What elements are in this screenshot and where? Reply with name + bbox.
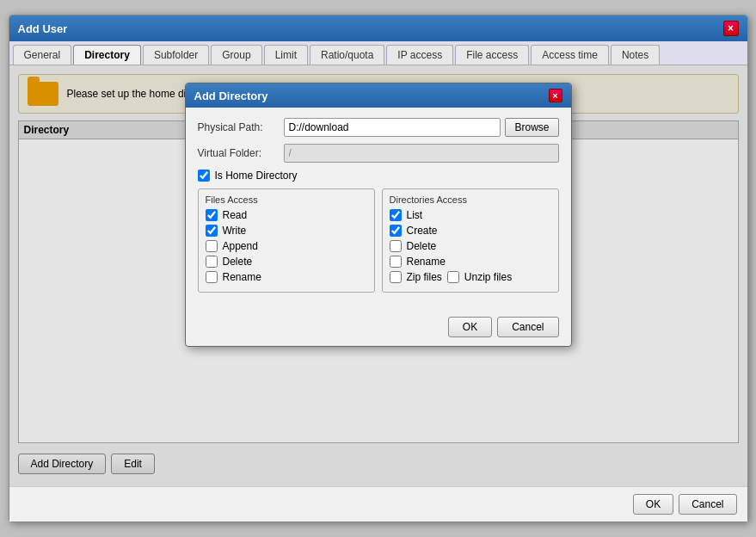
unzip-files-label: Unzip files xyxy=(464,271,512,283)
access-read: Read xyxy=(206,209,367,221)
files-access-box: Files Access Read Write Ap xyxy=(198,188,375,293)
files-access-title: Files Access xyxy=(206,194,367,205)
directories-access-box: Directories Access List Create xyxy=(382,188,559,293)
physical-path-input[interactable] xyxy=(284,118,501,137)
files-delete-checkbox[interactable] xyxy=(206,256,218,268)
content-area: Please set up the home directory or virt… xyxy=(9,65,747,486)
dir-rename-label: Rename xyxy=(407,256,446,268)
tab-ip-access[interactable]: IP access xyxy=(386,45,453,65)
dialog-ok-button[interactable]: OK xyxy=(448,317,492,337)
dialog-title-text: Add Directory xyxy=(194,90,268,102)
list-checkbox[interactable] xyxy=(390,209,402,221)
tabs-bar: General Directory Subfolder Group Limit … xyxy=(9,41,747,65)
physical-path-row: Physical Path: Browse xyxy=(198,118,559,137)
list-label: List xyxy=(407,209,423,221)
files-delete-label: Delete xyxy=(223,256,253,268)
dir-delete-label: Delete xyxy=(407,240,437,252)
access-write: Write xyxy=(206,225,367,237)
access-dir-delete: Delete xyxy=(390,240,551,252)
dialog-cancel-button[interactable]: Cancel xyxy=(497,317,558,337)
access-list: List xyxy=(390,209,551,221)
dir-rename-checkbox[interactable] xyxy=(390,256,402,268)
append-label: Append xyxy=(223,240,258,252)
dialog-title-bar: Add Directory × xyxy=(186,83,571,108)
window-title: Add User xyxy=(18,22,68,35)
tab-directory[interactable]: Directory xyxy=(73,45,141,65)
window-close-button[interactable]: × xyxy=(723,21,739,36)
access-append: Append xyxy=(206,240,367,252)
zip-files-label: Zip files xyxy=(407,271,442,283)
access-dir-rename: Rename xyxy=(390,256,551,268)
tab-limit[interactable]: Limit xyxy=(264,45,308,65)
main-cancel-button[interactable]: Cancel xyxy=(679,494,736,515)
access-delete: Delete xyxy=(206,256,367,268)
tab-access-time[interactable]: Access time xyxy=(531,45,609,65)
zip-files-checkbox[interactable] xyxy=(390,271,402,283)
main-ok-button[interactable]: OK xyxy=(633,494,673,515)
dialog-footer: OK Cancel xyxy=(186,312,571,346)
read-checkbox[interactable] xyxy=(206,209,218,221)
unzip-files-checkbox[interactable] xyxy=(447,271,459,283)
append-checkbox[interactable] xyxy=(206,240,218,252)
tab-file-access[interactable]: File access xyxy=(455,45,529,65)
title-bar: Add User × xyxy=(9,15,747,41)
tab-notes[interactable]: Notes xyxy=(611,45,660,65)
virtual-folder-input[interactable] xyxy=(284,144,559,163)
dialog-close-button[interactable]: × xyxy=(549,89,562,102)
create-label: Create xyxy=(407,225,438,237)
files-rename-label: Rename xyxy=(223,271,261,283)
tab-ratio-quota[interactable]: Ratio/quota xyxy=(310,45,384,65)
dialog-body: Physical Path: Browse Virtual Folder: Is… xyxy=(186,108,571,312)
is-home-directory-checkbox[interactable] xyxy=(198,170,210,182)
directories-access-title: Directories Access xyxy=(390,194,551,205)
zip-row: Zip files Unzip files xyxy=(390,271,551,283)
add-directory-dialog: Add Directory × Physical Path: Browse Vi… xyxy=(185,83,572,347)
access-rename: Rename xyxy=(206,271,367,283)
tab-subfolder[interactable]: Subfolder xyxy=(143,45,209,65)
virtual-folder-row: Virtual Folder: xyxy=(198,144,559,163)
create-checkbox[interactable] xyxy=(390,225,402,237)
write-label: Write xyxy=(223,225,247,237)
access-section: Files Access Read Write Ap xyxy=(198,188,559,293)
virtual-folder-label: Virtual Folder: xyxy=(198,147,284,159)
is-home-directory-label: Is Home Directory xyxy=(215,170,298,182)
physical-path-label: Physical Path: xyxy=(198,121,284,133)
main-window: Add User × General Directory Subfolder G… xyxy=(9,15,748,522)
read-label: Read xyxy=(223,209,248,221)
tab-group[interactable]: Group xyxy=(211,45,261,65)
files-rename-checkbox[interactable] xyxy=(206,271,218,283)
write-checkbox[interactable] xyxy=(206,225,218,237)
footer-bar: OK Cancel xyxy=(9,486,747,522)
dir-delete-checkbox[interactable] xyxy=(390,240,402,252)
access-create: Create xyxy=(390,225,551,237)
browse-button[interactable]: Browse xyxy=(505,118,558,137)
home-directory-row: Is Home Directory xyxy=(198,170,559,182)
dialog-overlay: Add Directory × Physical Path: Browse Vi… xyxy=(9,65,747,486)
tab-general[interactable]: General xyxy=(13,45,72,65)
